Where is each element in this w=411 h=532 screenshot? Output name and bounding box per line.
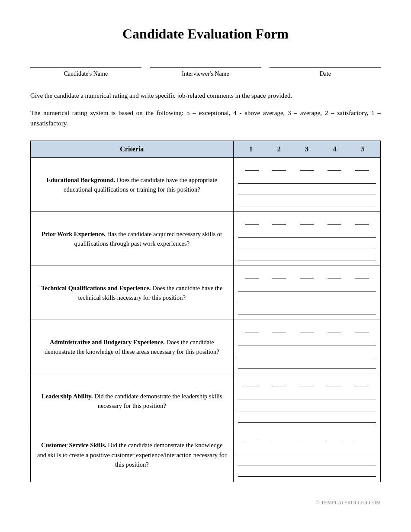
rating-slot-5[interactable] xyxy=(355,217,369,225)
rating-slot-2[interactable] xyxy=(272,325,286,333)
rating-checkboxes-educational[interactable] xyxy=(238,163,376,171)
comment-line[interactable] xyxy=(238,177,376,184)
rating-slot-5[interactable] xyxy=(355,271,369,279)
rating-slot-4[interactable] xyxy=(328,271,341,279)
rating-slot-4[interactable] xyxy=(328,433,341,441)
rating-slot-4[interactable] xyxy=(328,217,341,225)
comment-line[interactable] xyxy=(238,350,376,357)
comment-line[interactable] xyxy=(238,285,376,292)
criteria-administrative: Administrative and Budgetary Experience.… xyxy=(31,320,234,374)
rating-slot-1[interactable] xyxy=(245,433,259,441)
table-row: Customer Service Skills. Did the candida… xyxy=(31,428,380,482)
criteria-bold-educational: Educational Background. xyxy=(47,176,115,183)
comment-line[interactable] xyxy=(238,253,376,260)
comment-lines-technical xyxy=(238,285,376,314)
rating-slot-4[interactable] xyxy=(328,163,341,171)
rating-slot-2[interactable] xyxy=(272,163,286,171)
ratings-header: 1 2 3 4 5 xyxy=(234,141,380,157)
comment-line[interactable] xyxy=(238,470,376,477)
rating-slot-5[interactable] xyxy=(355,163,369,171)
criteria-text-leadership: Did the candidate demonstrate the leader… xyxy=(93,393,222,409)
comment-lines-administrative xyxy=(238,339,376,369)
rating-slot-3[interactable] xyxy=(300,217,314,225)
criteria-bold-leadership: Leadership Ability. xyxy=(42,393,93,400)
criteria-bold-administrative: Administrative and Budgetary Experience. xyxy=(50,339,165,346)
interviewer-name-field[interactable]: Interviewer's Name xyxy=(150,59,261,77)
rating-slot-1[interactable] xyxy=(245,379,259,387)
comment-line[interactable] xyxy=(238,188,376,195)
criteria-bold-prior-work: Prior Work Experience. xyxy=(42,231,106,237)
comment-line[interactable] xyxy=(238,404,376,411)
candidate-name-field[interactable]: Candidate's Name xyxy=(30,59,141,77)
rating-slot-4[interactable] xyxy=(328,325,341,333)
table-row: Administrative and Budgetary Experience.… xyxy=(31,320,380,374)
comment-lines-leadership xyxy=(238,393,376,423)
comment-line[interactable] xyxy=(238,416,376,423)
comment-line[interactable] xyxy=(238,231,376,238)
criteria-technical: Technical Qualifications and Experience.… xyxy=(31,266,234,320)
rating-slot-2[interactable] xyxy=(272,433,286,441)
rating-checkboxes-customer-service[interactable] xyxy=(238,433,376,441)
criteria-customer-service: Customer Service Skills. Did the candida… xyxy=(31,428,234,482)
footer-text: © TEMPLATEROLLER.COM xyxy=(316,500,381,506)
comment-line[interactable] xyxy=(238,458,376,465)
comment-line[interactable] xyxy=(238,308,376,314)
rating-slot-5[interactable] xyxy=(355,379,369,387)
comment-lines-educational xyxy=(238,177,376,206)
rating-slot-1[interactable] xyxy=(245,325,259,333)
table-row: Leadership Ability. Did the candidate de… xyxy=(31,374,380,428)
rating-slot-1[interactable] xyxy=(245,271,259,279)
criteria-leadership: Leadership Ability. Did the candidate de… xyxy=(31,374,234,428)
date-field[interactable]: Date xyxy=(270,59,381,77)
rating-checkboxes-technical[interactable] xyxy=(238,271,376,279)
rating-slot-2[interactable] xyxy=(272,379,286,387)
instructions-1: Give the candidate a numerical rating an… xyxy=(30,90,381,101)
rating-slot-1[interactable] xyxy=(245,163,259,171)
row-right-technical xyxy=(234,266,380,320)
rating-slot-3[interactable] xyxy=(300,433,314,441)
criteria-bold-customer-service: Customer Service Skills. xyxy=(41,442,106,449)
rating-slot-4[interactable] xyxy=(328,379,341,387)
rating-slot-3[interactable] xyxy=(300,325,314,333)
page-title: Candidate Evaluation Form xyxy=(30,26,381,42)
rating-slot-5[interactable] xyxy=(355,325,369,333)
rating-checkboxes-prior-work[interactable] xyxy=(238,217,376,225)
row-right-prior-work xyxy=(234,212,380,266)
comment-lines-customer-service xyxy=(238,447,376,477)
rating-slot-5[interactable] xyxy=(355,433,369,441)
comment-line[interactable] xyxy=(238,242,376,249)
criteria-bold-technical: Technical Qualifications and Experience. xyxy=(41,285,151,292)
interviewer-name-label: Interviewer's Name xyxy=(150,71,261,77)
table-row: Prior Work Experience. Has the candidate… xyxy=(31,212,380,266)
rating-slot-3[interactable] xyxy=(300,163,314,171)
comment-line[interactable] xyxy=(238,393,376,400)
comment-line[interactable] xyxy=(238,447,376,454)
rating-header-2: 2 xyxy=(272,145,286,153)
row-right-educational xyxy=(234,158,380,212)
comment-line[interactable] xyxy=(238,199,376,206)
table-header: Criteria 1 2 3 4 5 xyxy=(31,141,380,158)
instructions-2: The numerical rating system is based on … xyxy=(30,108,381,128)
rating-slot-1[interactable] xyxy=(245,217,259,225)
rating-slot-2[interactable] xyxy=(272,271,286,279)
comment-line[interactable] xyxy=(238,339,376,346)
evaluation-table: Criteria 1 2 3 4 5 Educational Backgroun… xyxy=(30,141,381,482)
rating-slot-3[interactable] xyxy=(300,271,314,279)
rating-slot-2[interactable] xyxy=(272,217,286,225)
row-right-customer-service xyxy=(234,428,380,482)
rating-checkboxes-leadership[interactable] xyxy=(238,379,376,387)
rating-header-3: 3 xyxy=(300,145,314,153)
rating-slot-3[interactable] xyxy=(300,379,314,387)
date-label: Date xyxy=(270,71,381,77)
rating-checkboxes-administrative[interactable] xyxy=(238,325,376,333)
row-right-administrative xyxy=(234,320,380,374)
table-row: Technical Qualifications and Experience.… xyxy=(31,266,380,320)
candidate-name-label: Candidate's Name xyxy=(30,71,141,77)
comment-line[interactable] xyxy=(238,362,376,369)
criteria-educational: Educational Background. Does the candida… xyxy=(31,158,234,212)
criteria-header: Criteria xyxy=(31,141,234,157)
header-fields: Candidate's Name Interviewer's Name Date xyxy=(30,59,381,77)
table-row: Educational Background. Does the candida… xyxy=(31,158,380,212)
row-right-leadership xyxy=(234,374,380,428)
comment-line[interactable] xyxy=(238,296,376,303)
